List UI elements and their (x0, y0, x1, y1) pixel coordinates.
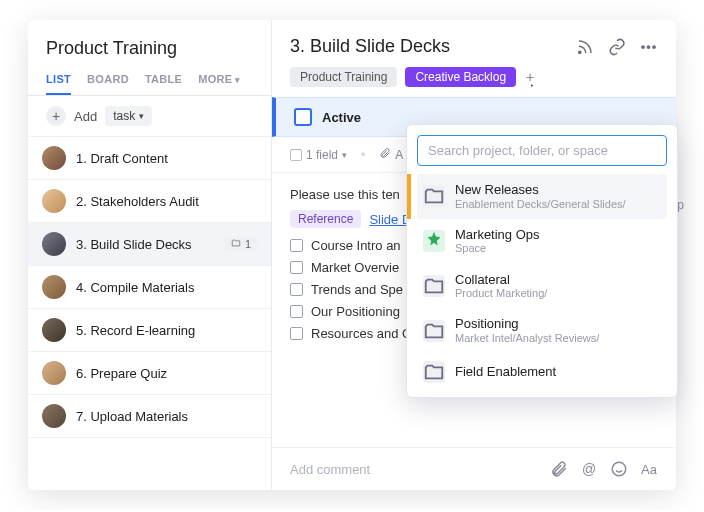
add-label: Add (74, 109, 97, 124)
task-list: 1. Draft Content 2. Stakeholders Audit 3… (28, 137, 271, 490)
task-row[interactable]: 5. Record E-learning (28, 309, 271, 352)
link-icon[interactable] (608, 38, 626, 56)
add-task-row[interactable]: + Add task ▾ (28, 96, 271, 137)
status-checkbox[interactable] (294, 108, 312, 126)
folder-icon (423, 361, 445, 383)
sidebar-title: Product Training (28, 20, 271, 67)
comment-icons: @ Aa (550, 460, 658, 478)
reference-tag[interactable]: Reference (290, 210, 361, 228)
status-label: Active (322, 110, 361, 125)
popover-item-subtitle: Space (455, 242, 540, 255)
svg-point-1 (612, 462, 626, 476)
comment-placeholder[interactable]: Add comment (290, 462, 370, 477)
folder-icon (423, 320, 445, 342)
popover-item-positioning[interactable]: Positioning Market Intel/Analyst Reviews… (417, 308, 667, 353)
comment-bar[interactable]: Add comment @ Aa (272, 447, 676, 490)
sidebar: Product Training LIST BOARD TABLE MORE +… (28, 20, 272, 490)
popover-item-collateral[interactable]: Collateral Product Marketing/ (417, 264, 667, 309)
cursor-icon (530, 75, 534, 91)
tag-product-training[interactable]: Product Training (290, 67, 397, 87)
task-label: 7. Upload Materials (76, 409, 257, 424)
popover-list: New Releases Enablement Decks/General Sl… (417, 174, 667, 391)
avatar (42, 361, 66, 385)
task-label: 5. Record E-learning (76, 323, 257, 338)
add-task-pill[interactable]: task ▾ (105, 106, 152, 126)
folder-icon (423, 275, 445, 297)
task-row[interactable]: 3. Build Slide Decks 1 (28, 223, 271, 266)
folder-badge: 1 (225, 237, 257, 251)
checkbox-icon[interactable] (290, 283, 303, 296)
tab-more[interactable]: MORE (198, 73, 240, 95)
chevron-down-icon: ▾ (342, 150, 347, 160)
checkbox-icon[interactable] (290, 327, 303, 340)
formatting-icon[interactable]: Aa (640, 460, 658, 478)
popover-item-subtitle: Enablement Decks/General Slides/ (455, 198, 626, 211)
task-label: 1. Draft Content (76, 151, 257, 166)
tab-table[interactable]: TABLE (145, 73, 182, 95)
sidebar-tabs: LIST BOARD TABLE MORE (28, 67, 271, 96)
task-label: 4. Compile Materials (76, 280, 257, 295)
task-row[interactable]: 7. Upload Materials (28, 395, 271, 438)
plus-icon: + (46, 106, 66, 126)
tag-creative-backlog[interactable]: Creative Backlog (405, 67, 516, 87)
fields-meta[interactable]: 1 field ▾ (290, 148, 347, 162)
popover-item-marketing-ops[interactable]: Marketing Ops Space (417, 219, 667, 264)
tab-board[interactable]: BOARD (87, 73, 129, 95)
popover-item-title: Field Enablement (455, 364, 556, 380)
popover-item-title: Positioning (455, 316, 599, 332)
task-row[interactable]: 1. Draft Content (28, 137, 271, 180)
more-icon[interactable]: ••• (640, 38, 658, 56)
emoji-icon[interactable] (610, 460, 628, 478)
space-icon (423, 230, 445, 252)
svg-point-0 (579, 51, 581, 53)
tags-row: Product Training Creative Backlog + (272, 63, 676, 97)
task-row[interactable]: 6. Prepare Quiz (28, 352, 271, 395)
folder-icon (423, 185, 445, 207)
folder-icon (231, 238, 241, 250)
add-tag-button[interactable]: + (524, 69, 534, 85)
main-header: 3. Build Slide Decks ••• (272, 20, 676, 63)
task-label: 3. Build Slide Decks (76, 237, 215, 252)
avatar (42, 404, 66, 428)
main-actions: ••• (576, 38, 658, 56)
avatar (42, 146, 66, 170)
popover-item-title: Marketing Ops (455, 227, 540, 243)
avatar (42, 318, 66, 342)
task-label: 6. Prepare Quiz (76, 366, 257, 381)
search-input[interactable] (417, 135, 667, 166)
page-title: 3. Build Slide Decks (290, 36, 450, 57)
popover-item-subtitle: Market Intel/Analyst Reviews/ (455, 332, 599, 345)
task-row[interactable]: 4. Compile Materials (28, 266, 271, 309)
app-window: Product Training LIST BOARD TABLE MORE +… (28, 20, 676, 490)
chevron-down-icon: ▾ (139, 111, 144, 121)
rss-icon[interactable] (576, 38, 594, 56)
avatar (42, 189, 66, 213)
attachment-icon (379, 147, 391, 162)
popover-item-new-releases[interactable]: New Releases Enablement Decks/General Sl… (417, 174, 667, 219)
popover-item-subtitle: Product Marketing/ (455, 287, 547, 300)
project-picker-popover: New Releases Enablement Decks/General Sl… (406, 124, 678, 398)
popover-item-title: New Releases (455, 182, 626, 198)
popover-item-title: Collateral (455, 272, 547, 288)
reference-link[interactable]: Slide D (369, 212, 411, 227)
tab-list[interactable]: LIST (46, 73, 71, 95)
avatar (42, 232, 66, 256)
attachment-icon[interactable] (550, 460, 568, 478)
checkbox-icon[interactable] (290, 261, 303, 274)
mention-icon[interactable]: @ (580, 460, 598, 478)
task-row[interactable]: 2. Stakeholders Audit (28, 180, 271, 223)
task-label: 2. Stakeholders Audit (76, 194, 257, 209)
checkbox-icon[interactable] (290, 305, 303, 318)
popover-item-field-enablement[interactable]: Field Enablement (417, 353, 667, 391)
field-icon (290, 149, 302, 161)
avatar (42, 275, 66, 299)
attachments-meta[interactable]: A (379, 147, 403, 162)
checkbox-icon[interactable] (290, 239, 303, 252)
